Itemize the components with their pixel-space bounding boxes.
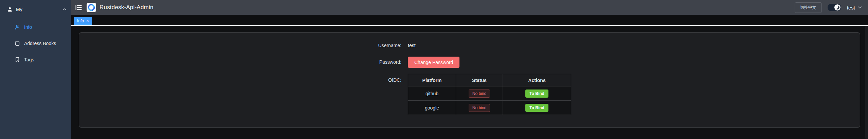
- chevron-down-icon: [858, 6, 862, 9]
- username-label: Username:: [350, 42, 401, 49]
- oidc-row: OIDC: Platform Status Actions github No …: [350, 74, 571, 115]
- sidebar: My Info Address Books Tags: [0, 0, 71, 139]
- sidebar-item-label: Tags: [24, 57, 34, 62]
- change-password-button[interactable]: Change Password: [408, 57, 459, 68]
- column-header-status: Status: [456, 74, 503, 86]
- table-row: google No bind To Bind: [408, 101, 571, 115]
- toggle-knob: [834, 4, 840, 11]
- status-cell: No bind: [456, 86, 503, 101]
- sidebar-menu-my[interactable]: My: [0, 0, 71, 19]
- bookmark-icon: [15, 57, 20, 62]
- sidebar-item-address-books[interactable]: Address Books: [0, 35, 71, 52]
- moon-icon: [835, 5, 839, 9]
- rustdesk-logo: [87, 3, 96, 12]
- sidebar-item-tags[interactable]: Tags: [0, 52, 71, 68]
- scrollbar[interactable]: [865, 26, 868, 139]
- username-row: Username: test: [350, 42, 416, 49]
- user-filled-icon: [7, 7, 13, 12]
- sidebar-item-label: Address Books: [24, 41, 56, 46]
- header-controls: 切换中文 test: [795, 2, 868, 13]
- sidebar-item-info[interactable]: Info: [0, 19, 71, 35]
- tab-label: Info: [77, 19, 84, 23]
- actions-cell: To Bind: [503, 101, 571, 115]
- top-header: Rustdesk-Api-Admin 切换中文 test: [71, 0, 868, 15]
- oidc-label: OIDC:: [350, 74, 401, 115]
- column-header-actions: Actions: [503, 74, 571, 86]
- oidc-table: Platform Status Actions github No bind T…: [408, 74, 571, 115]
- username-value: test: [408, 42, 416, 49]
- platform-cell: google: [408, 101, 456, 115]
- sidebar-menu-label: My: [16, 7, 22, 12]
- sidebar-item-label: Info: [24, 24, 32, 30]
- table-row: github No bind To Bind: [408, 86, 571, 101]
- tab-info[interactable]: Info ×: [74, 17, 92, 25]
- status-badge: No bind: [469, 104, 490, 112]
- to-bind-button[interactable]: To Bind: [525, 90, 548, 98]
- to-bind-button[interactable]: To Bind: [525, 104, 548, 112]
- password-row: Password: Change Password: [350, 57, 459, 68]
- table-header-row: Platform Status Actions: [408, 74, 571, 86]
- dark-mode-toggle[interactable]: [828, 4, 841, 11]
- user-menu[interactable]: test: [847, 5, 862, 11]
- close-icon[interactable]: ×: [86, 19, 89, 23]
- column-header-platform: Platform: [408, 74, 456, 86]
- info-card: Username: test Password: Change Password…: [79, 32, 860, 128]
- notebook-icon: [15, 41, 20, 46]
- collapse-sidebar-icon[interactable]: [75, 5, 82, 11]
- tags-view-bar: Info ×: [71, 15, 868, 26]
- platform-cell: github: [408, 86, 456, 101]
- user-name: test: [847, 5, 855, 11]
- actions-cell: To Bind: [503, 86, 571, 101]
- status-cell: No bind: [456, 101, 503, 115]
- user-outline-icon: [15, 24, 20, 30]
- status-badge: No bind: [469, 90, 490, 98]
- password-label: Password:: [350, 57, 401, 68]
- switch-language-button[interactable]: 切换中文: [795, 2, 822, 13]
- main-content: Username: test Password: Change Password…: [71, 26, 868, 139]
- page-title: Rustdesk-Api-Admin: [100, 4, 153, 11]
- chevron-up-icon: [62, 8, 67, 11]
